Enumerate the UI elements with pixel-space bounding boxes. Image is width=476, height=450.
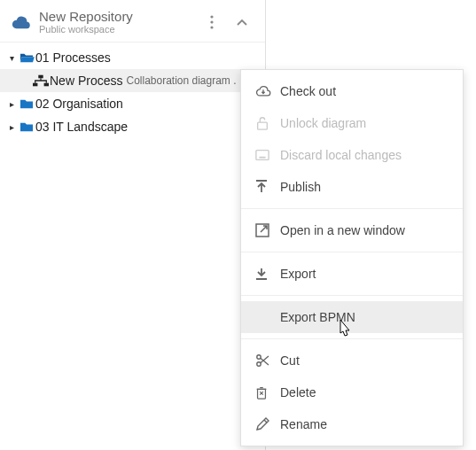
more-icon[interactable] xyxy=(199,10,224,35)
svg-point-0 xyxy=(210,15,213,18)
svg-rect-11 xyxy=(256,278,267,280)
svg-rect-3 xyxy=(38,75,43,79)
menu-label: Publish xyxy=(280,180,321,194)
open-external-icon xyxy=(255,223,280,237)
menu-label: Rename xyxy=(280,417,327,431)
menu-publish[interactable]: Publish xyxy=(241,171,463,203)
menu-checkout[interactable]: Check out xyxy=(241,75,463,107)
menu-discard: Discard local changes xyxy=(241,139,463,171)
cloud-icon xyxy=(11,15,32,29)
svg-point-1 xyxy=(210,20,213,23)
menu-delete[interactable]: Delete xyxy=(241,376,463,408)
svg-rect-5 xyxy=(44,83,49,87)
discard-icon xyxy=(255,149,280,161)
tree: ▾ 01 Processes New Process Collaboration… xyxy=(0,43,265,138)
folder-icon xyxy=(18,120,35,133)
scissors-icon xyxy=(255,353,280,368)
publish-icon xyxy=(255,180,280,194)
lock-open-icon xyxy=(255,116,280,130)
tree-item-new-process[interactable]: New Process Collaboration diagram . xyxy=(0,69,265,92)
menu-label: Export BPMN xyxy=(280,310,355,324)
tree-folder-it-landscape[interactable]: ▸ 03 IT Landscape xyxy=(0,115,265,138)
svg-rect-8 xyxy=(259,157,265,159)
sidebar: New Repository Public workspace ▾ 01 Pro… xyxy=(0,0,266,450)
menu-unlock: Unlock diagram xyxy=(241,107,463,139)
svg-rect-4 xyxy=(33,83,37,87)
diagram-icon xyxy=(32,74,50,87)
context-menu: Check out Unlock diagram Discard local c… xyxy=(240,69,464,446)
caret-right-icon: ▸ xyxy=(5,99,18,109)
menu-export[interactable]: Export xyxy=(241,258,463,290)
folder-icon xyxy=(18,97,35,110)
folder-open-icon xyxy=(18,51,35,64)
menu-label: Check out xyxy=(280,84,336,98)
svg-rect-6 xyxy=(258,122,268,129)
menu-rename[interactable]: Rename xyxy=(241,408,463,440)
delete-icon xyxy=(255,385,280,400)
tree-label: New Process xyxy=(50,74,122,88)
menu-label: Delete xyxy=(280,385,316,400)
caret-right-icon: ▸ xyxy=(5,122,18,132)
menu-open-new-window[interactable]: Open in a new window xyxy=(241,214,463,246)
menu-export-bpmn[interactable]: Export BPMN xyxy=(241,301,463,333)
svg-rect-7 xyxy=(256,151,269,160)
repo-header: New Repository Public workspace xyxy=(0,0,265,43)
repo-title: New Repository xyxy=(39,9,199,24)
tree-label: 02 Organisation xyxy=(35,97,123,111)
menu-cut[interactable]: Cut xyxy=(241,345,463,376)
menu-label: Cut xyxy=(280,353,300,368)
cloud-download-icon xyxy=(255,84,280,98)
caret-down-icon: ▾ xyxy=(5,53,18,63)
menu-label: Open in a new window xyxy=(280,223,405,237)
menu-label: Discard local changes xyxy=(280,148,402,162)
menu-label: Export xyxy=(280,267,316,281)
pencil-icon xyxy=(255,417,280,431)
download-icon xyxy=(255,267,280,281)
svg-rect-9 xyxy=(256,180,267,182)
menu-label: Unlock diagram xyxy=(280,116,366,130)
tree-folder-processes[interactable]: ▾ 01 Processes xyxy=(0,46,265,69)
tree-sublabel: Collaboration diagram . xyxy=(126,74,236,87)
tree-folder-organisation[interactable]: ▸ 02 Organisation xyxy=(0,92,265,115)
tree-label: 01 Processes xyxy=(35,50,111,65)
svg-point-2 xyxy=(210,26,213,28)
repo-subtitle: Public workspace xyxy=(39,24,199,35)
collapse-icon[interactable] xyxy=(230,10,254,35)
tree-label: 03 IT Landscape xyxy=(35,120,128,134)
